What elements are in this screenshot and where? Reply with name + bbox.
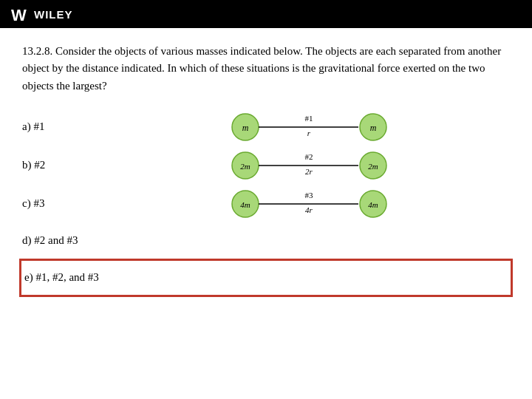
wiley-w-icon: W bbox=[9, 4, 30, 24]
diagram-1: m m #1 r bbox=[229, 111, 392, 143]
svg-text:#1: #1 bbox=[305, 114, 313, 123]
wiley-logo-text: WILEY bbox=[34, 8, 73, 21]
svg-text:4r: 4r bbox=[305, 205, 313, 214]
svg-text:m: m bbox=[370, 123, 377, 133]
svg-text:2m: 2m bbox=[240, 162, 250, 171]
option-b[interactable]: b) #2 2m 2m #2 2r bbox=[22, 146, 510, 185]
option-d[interactable]: d) #2 and #3 bbox=[22, 223, 510, 259]
option-c-label: c) #3 bbox=[22, 197, 89, 210]
option-a[interactable]: a) #1 m m #1 r bbox=[22, 108, 510, 146]
header: W WILEY bbox=[0, 0, 532, 28]
option-e[interactable]: e) #1, #2, and #3 bbox=[19, 259, 513, 297]
svg-text:m: m bbox=[242, 123, 249, 133]
svg-text:2m: 2m bbox=[368, 162, 378, 171]
option-d-label: d) #2 and #3 bbox=[22, 234, 89, 247]
question-number: 13.2.8. bbox=[22, 45, 52, 57]
main-content: 13.2.8. Consider the objects of various … bbox=[0, 28, 532, 308]
question-body: Consider the objects of various masses i… bbox=[22, 45, 501, 92]
wiley-logo: W WILEY bbox=[9, 4, 73, 24]
svg-text:2r: 2r bbox=[305, 167, 313, 176]
svg-text:W: W bbox=[11, 6, 27, 24]
option-b-label: b) #2 bbox=[22, 159, 89, 171]
diagram-2: 2m 2m #2 2r bbox=[229, 149, 392, 182]
svg-text:4m: 4m bbox=[368, 200, 378, 209]
options-list: a) #1 m m #1 r bbox=[22, 108, 510, 297]
diagram-3: 4m 4m #3 4r bbox=[229, 188, 392, 220]
option-a-label: a) #1 bbox=[22, 120, 89, 133]
svg-text:r: r bbox=[307, 129, 311, 137]
svg-text:4m: 4m bbox=[240, 200, 250, 209]
option-c[interactable]: c) #3 4m 4m #3 4r bbox=[22, 185, 510, 223]
svg-text:#2: #2 bbox=[305, 152, 313, 161]
svg-text:#3: #3 bbox=[305, 191, 314, 200]
option-e-label: e) #1, #2, and #3 bbox=[24, 271, 99, 284]
question-text: 13.2.8. Consider the objects of various … bbox=[22, 43, 510, 95]
